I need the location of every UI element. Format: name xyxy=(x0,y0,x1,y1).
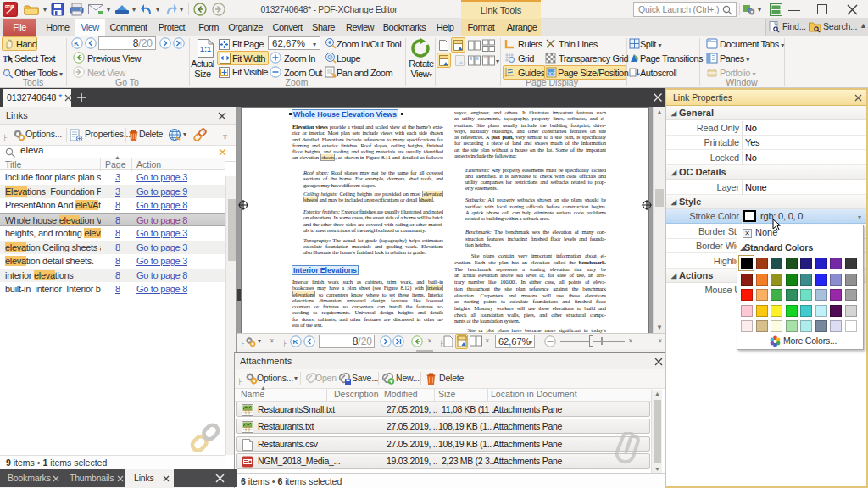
svg-text:K: K xyxy=(292,338,298,346)
svg-text:?: ? xyxy=(202,129,205,135)
svg-text:T: T xyxy=(3,54,8,64)
svg-text:1:1: 1:1 xyxy=(200,45,211,53)
svg-text:K: K xyxy=(74,40,79,47)
svg-text:PDF: PDF xyxy=(5,4,14,9)
svg-text:XY: XY xyxy=(548,71,555,76)
